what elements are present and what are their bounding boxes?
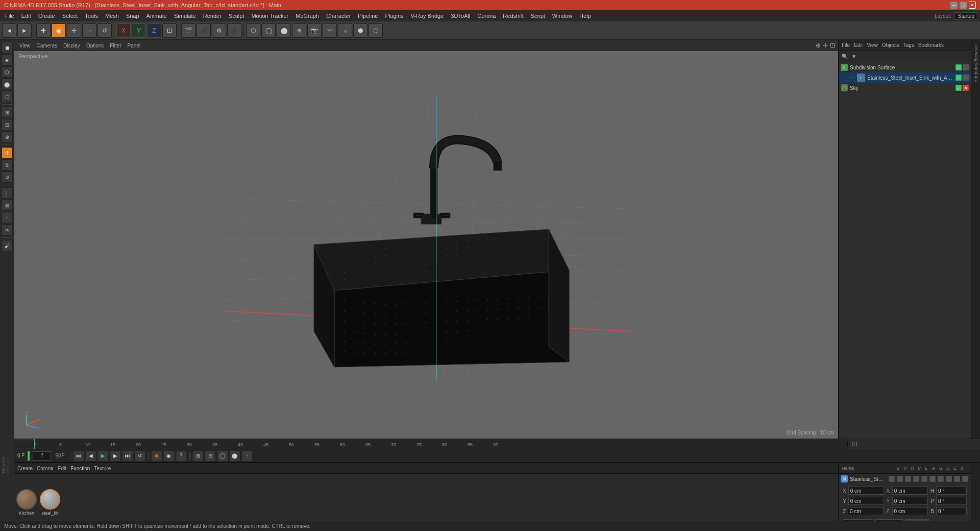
z-position-input[interactable] — [848, 507, 884, 515]
set-key-button[interactable]: ⊞ — [193, 451, 203, 461]
om-tab-bookmarks[interactable]: Bookmarks — [918, 42, 944, 48]
camera-button[interactable]: 📷 — [307, 23, 322, 38]
menu-select[interactable]: Select — [59, 12, 81, 20]
material-kitchen[interactable]: Kitchen — [16, 489, 37, 516]
cube-button[interactable]: ⬡ — [246, 23, 260, 38]
object-mode-button[interactable]: ◻ — [2, 91, 13, 102]
select-rect-button[interactable]: ⊟ — [2, 119, 13, 130]
z-axis-button[interactable]: Z — [147, 23, 161, 38]
obj-attr-item[interactable]: ▤ Stainless_Steel_Inset_Sink_with_Angula… — [839, 474, 971, 484]
om-tab-view[interactable]: View — [867, 42, 878, 48]
menu-corona[interactable]: Corona — [474, 12, 499, 20]
vp-settings-icon[interactable]: ⊡ — [830, 42, 835, 49]
viewport[interactable]: View Cameras Display Options Filter Pane… — [14, 40, 838, 439]
vp-tab-display[interactable]: Display — [61, 42, 82, 49]
menu-vraybridge[interactable]: V-Ray Bridge — [408, 12, 447, 20]
deformer-button[interactable]: ⬢ — [353, 23, 368, 38]
menu-help[interactable]: Help — [576, 12, 594, 20]
x-axis-button[interactable]: X — [116, 23, 131, 38]
scale-lt-button[interactable]: S — [2, 159, 13, 171]
more-button[interactable]: ⋮ — [242, 451, 252, 461]
vp-tab-panel[interactable]: Panel — [126, 42, 143, 49]
p-rotation-input[interactable] — [936, 497, 967, 505]
layout-select[interactable]: Startup — [954, 12, 978, 20]
render-queue-button[interactable]: ⬛ — [227, 23, 241, 38]
render-settings-button[interactable]: ⚙ — [212, 23, 226, 38]
menu-simulate[interactable]: Simulate — [171, 12, 199, 20]
effector-button[interactable]: ⬡ — [369, 23, 383, 38]
coord-mode-button[interactable]: ⊡ — [162, 23, 177, 38]
y-axis-button[interactable]: Y — [132, 23, 146, 38]
z-size-input[interactable] — [892, 507, 928, 515]
menu-script[interactable]: Script — [528, 12, 548, 20]
om-item-sky[interactable]: ◯ Sky ✓ ✕ — [839, 83, 971, 93]
step-back-button[interactable]: ◀ — [86, 451, 96, 461]
loop-button[interactable]: ↺ — [135, 451, 145, 461]
vp-tab-cameras[interactable]: Cameras — [35, 42, 60, 49]
bridge-button[interactable]: ⊠ — [2, 200, 13, 211]
move-button[interactable]: ✛ — [67, 23, 81, 38]
om-tab-edit[interactable]: Edit — [854, 42, 863, 48]
scale-button[interactable]: ↔ — [82, 23, 96, 38]
vp-maximize-icon[interactable]: ⊕ — [816, 42, 821, 49]
maximize-button[interactable]: □ — [960, 2, 967, 9]
y-position-input[interactable] — [848, 497, 884, 505]
y-size-input[interactable] — [892, 497, 928, 505]
key-mode-button[interactable]: ◯ — [217, 451, 228, 461]
auto-key-button[interactable]: ◉ — [164, 451, 174, 461]
select-all-button[interactable]: ⊞ — [2, 107, 13, 118]
go-to-end-button[interactable]: ⏭ — [122, 451, 133, 461]
select-lasso-button[interactable]: ⊛ — [2, 131, 13, 142]
mat-tab-edit[interactable]: Edit — [58, 466, 66, 471]
material-steel-kit[interactable]: steel_kit — [40, 489, 60, 516]
light-button[interactable]: ☀ — [292, 23, 306, 38]
live-select-button[interactable]: ◉ — [52, 23, 66, 38]
edge-mode-button[interactable]: ⬡ — [2, 66, 13, 78]
mat-tab-corona[interactable]: Corona — [37, 466, 54, 471]
timeline-ruler[interactable]: 0 5 10 15 20 25 30 35 40 45 50 55 60 65 … — [34, 439, 847, 449]
menu-motiontracker[interactable]: Motion Tracker — [248, 12, 291, 20]
mat-tab-texture[interactable]: Texture — [94, 466, 111, 471]
menu-snap[interactable]: Snap — [123, 12, 142, 20]
menu-edit[interactable]: Edit — [18, 12, 34, 20]
om-filter-button[interactable]: ▼ — [850, 53, 858, 61]
new-button[interactable]: ✚ — [36, 23, 51, 38]
menu-sculpt[interactable]: Sculpt — [226, 12, 248, 20]
timeline-playhead[interactable] — [34, 439, 35, 449]
mat-tab-function[interactable]: Function — [70, 466, 90, 471]
menu-3dtoall[interactable]: 3DToAll — [448, 12, 473, 20]
extrude-button[interactable]: ⬦ — [338, 23, 352, 38]
cylinder-button[interactable]: ⬤ — [277, 23, 291, 38]
om-tab-tags[interactable]: Tags — [903, 42, 914, 48]
paint-button[interactable]: 🖌 — [2, 240, 13, 251]
menu-animate[interactable]: Animate — [143, 12, 170, 20]
rotate-lt-button[interactable]: ↺ — [2, 172, 13, 183]
sidebar-tab-attributes-browser[interactable]: Attributes Browser — [972, 42, 979, 86]
step-forward-button[interactable]: ▶ — [110, 451, 120, 461]
h-rotation-input[interactable] — [936, 487, 967, 495]
move-lt-button[interactable]: ✛ — [2, 147, 13, 158]
menu-character[interactable]: Character — [323, 12, 354, 20]
rotate-button[interactable]: ↺ — [97, 23, 112, 38]
menu-redshift[interactable]: Redshift — [500, 12, 526, 20]
spline-button[interactable]: 〰 — [323, 23, 337, 38]
record-button[interactable]: ⏺ — [152, 451, 162, 461]
sphere-button[interactable]: ◯ — [261, 23, 276, 38]
x-position-input[interactable] — [848, 487, 884, 495]
extrude-lt-button[interactable]: ↑ — [2, 212, 13, 223]
x-size-input[interactable] — [892, 487, 928, 495]
motion-clip-button[interactable]: ⬤ — [230, 451, 240, 461]
3d-canvas[interactable]: Grid Spacing : 10 cm X Y Z — [14, 40, 838, 439]
menu-create[interactable]: Create — [35, 12, 58, 20]
play-button[interactable]: ▶ — [98, 451, 108, 461]
del-key-button[interactable]: ⊟ — [205, 451, 215, 461]
frame-input[interactable] — [33, 451, 51, 461]
om-tab-objects[interactable]: Objects — [882, 42, 899, 48]
go-to-start-button[interactable]: ⏮ — [74, 451, 84, 461]
vp-tab-view[interactable]: View — [17, 42, 33, 49]
knife-button[interactable]: | — [2, 187, 13, 199]
menu-file[interactable]: File — [2, 12, 17, 20]
vp-move-icon[interactable]: ✛ — [823, 42, 828, 49]
point-mode-button[interactable]: ⬤ — [2, 79, 13, 90]
undo-button[interactable]: ◄ — [2, 23, 16, 38]
